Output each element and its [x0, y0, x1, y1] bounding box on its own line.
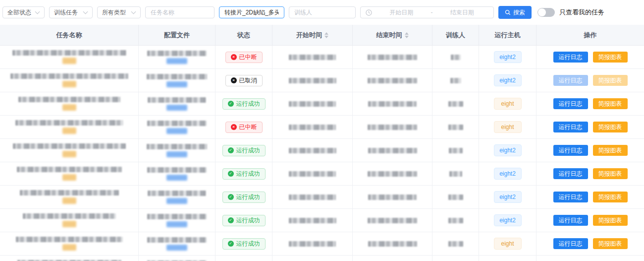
config-file-cell: [139, 186, 215, 209]
table-row: × 已取消 eight2 运行日志 简报图表: [0, 69, 644, 92]
config-file-link-redacted[interactable]: [166, 245, 187, 251]
task-name-cell: [0, 256, 139, 261]
trainer-cell: [432, 232, 479, 256]
search-keyword-input[interactable]: [219, 6, 284, 18]
sort-asc-icon[interactable]: [324, 32, 328, 35]
task-tag-redacted: [62, 151, 76, 157]
config-file-link-redacted[interactable]: [166, 105, 187, 111]
sort-control[interactable]: [405, 32, 409, 38]
actions-cell: 运行日志 简报图表: [537, 256, 644, 261]
end-time-redacted: [368, 241, 417, 247]
task-name-redacted: [12, 50, 126, 56]
status-badge: × 已中断: [225, 122, 263, 133]
config-file-redacted: [148, 191, 206, 196]
task-name-redacted: [23, 213, 116, 219]
actions-cell: 运行日志 简报图表: [537, 186, 644, 209]
host-badge: eight: [494, 121, 522, 133]
status-filter-select[interactable]: 全部状态: [2, 6, 45, 18]
end-time-cell: [353, 116, 432, 139]
status-label: 运行成功: [236, 170, 260, 178]
table-row: ✓ 运行成功 eight2 运行日志 简报图表: [0, 139, 644, 162]
run-log-button[interactable]: 运行日志: [553, 192, 588, 202]
report-chart-button[interactable]: 简报图表: [593, 168, 628, 179]
config-file-cell: [139, 209, 215, 232]
config-file-link-redacted[interactable]: [166, 81, 187, 87]
report-chart-button[interactable]: 简报图表: [593, 192, 628, 202]
search-icon: [505, 9, 511, 15]
run-log-button[interactable]: 运行日志: [553, 98, 588, 109]
config-file-redacted: [147, 74, 207, 79]
run-log-button[interactable]: 运行日志: [553, 145, 588, 156]
task-name-cell: [0, 69, 139, 92]
task-name-input[interactable]: [145, 6, 215, 18]
task-name-redacted: [20, 190, 119, 196]
column-header-label: 运行主机: [495, 31, 521, 40]
column-header-config-file: 配置文件: [139, 25, 215, 46]
status-cell: × 已中断: [215, 46, 272, 69]
start-time-redacted: [289, 148, 336, 153]
status-badge: ✓ 运行成功: [222, 192, 266, 203]
start-time-cell: [272, 92, 353, 116]
start-time-cell: [272, 116, 353, 139]
config-file-link-redacted[interactable]: [166, 151, 187, 157]
run-log-button[interactable]: 运行日志: [553, 168, 588, 179]
host-badge: eight2: [494, 74, 522, 86]
config-file-link-redacted[interactable]: [166, 221, 187, 227]
report-chart-button[interactable]: 简报图表: [593, 238, 628, 249]
my-tasks-toggle[interactable]: [537, 8, 555, 17]
config-file-redacted: [147, 51, 207, 56]
column-header-actions: 操作: [537, 25, 644, 46]
config-file-cell: [139, 139, 215, 162]
config-file-redacted: [147, 167, 207, 173]
sort-desc-icon[interactable]: [405, 36, 409, 38]
column-header-label: 配置文件: [164, 31, 190, 40]
trainer-input[interactable]: [289, 6, 356, 18]
config-file-link-redacted[interactable]: [166, 198, 187, 204]
column-header-start-time[interactable]: 开始时间: [272, 25, 353, 46]
report-chart-button[interactable]: 简报图表: [593, 98, 628, 109]
start-time-redacted: [289, 55, 336, 60]
config-file-link-redacted[interactable]: [166, 58, 187, 64]
run-log-button[interactable]: 运行日志: [553, 215, 588, 226]
host-cell: eight2: [479, 209, 537, 232]
task-type-filter-select[interactable]: 训练任务: [49, 6, 93, 18]
run-log-button[interactable]: 运行日志: [553, 238, 588, 249]
config-file-link-redacted[interactable]: [166, 128, 187, 134]
task-name-redacted: [18, 97, 120, 102]
sort-desc-icon[interactable]: [324, 36, 328, 38]
sort-control[interactable]: [324, 32, 328, 38]
trainer-redacted: [450, 78, 461, 83]
task-name-redacted: [17, 167, 122, 172]
sort-asc-icon[interactable]: [405, 32, 409, 35]
start-time-redacted: [289, 241, 336, 247]
run-log-button: 运行日志: [553, 75, 588, 86]
chevron-down-icon: [35, 10, 40, 15]
column-header-end-time[interactable]: 结束时间: [353, 25, 432, 46]
report-chart-button[interactable]: 简报图表: [593, 52, 628, 63]
host-badge: eight2: [494, 144, 522, 156]
end-time-cell: [353, 256, 432, 261]
status-badge: ✓ 运行成功: [222, 238, 266, 250]
report-chart-button[interactable]: 简报图表: [593, 145, 628, 156]
date-range-picker[interactable]: 开始日期 - 结束日期: [360, 6, 494, 18]
task-tag-redacted: [62, 104, 76, 111]
run-log-button[interactable]: 运行日志: [553, 52, 588, 63]
config-file-redacted: [147, 121, 207, 126]
column-header-host: 运行主机: [479, 25, 537, 46]
report-chart-button[interactable]: 简报图表: [593, 215, 628, 226]
search-button[interactable]: 搜索: [498, 6, 532, 19]
config-file-cell: [139, 69, 215, 92]
column-header-label: 开始时间: [296, 31, 322, 40]
status-label: 已取消: [239, 76, 257, 85]
category-filter-select[interactable]: 所有类型: [97, 6, 141, 18]
status-cell: ✓ 运行成功: [215, 162, 272, 186]
host-badge: eight2: [494, 214, 522, 226]
status-label: 运行成功: [236, 240, 260, 248]
config-file-link-redacted[interactable]: [166, 175, 187, 181]
start-time-cell: [272, 256, 353, 261]
end-time-cell: [353, 186, 432, 209]
table-row: ✓ 运行成功 eight2 运行日志 简报图表: [0, 256, 644, 261]
run-log-button[interactable]: 运行日志: [553, 122, 588, 132]
task-table: 任务名称 配置文件 状态 开始时间 结束时间 训练人 运行主机 操作: [0, 25, 644, 261]
report-chart-button[interactable]: 简报图表: [593, 122, 628, 132]
